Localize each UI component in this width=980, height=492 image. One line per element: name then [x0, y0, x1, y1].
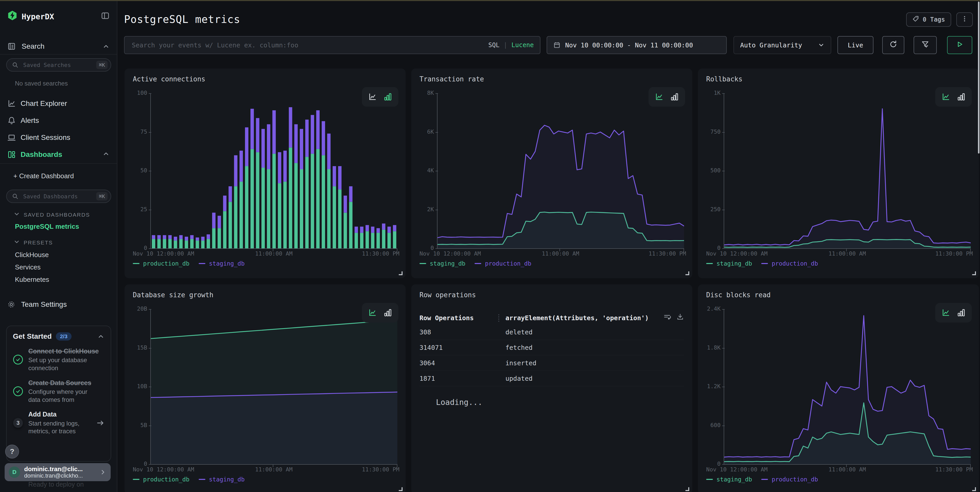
tags-button[interactable]: 0 Tags [906, 12, 951, 27]
bar-production_db [316, 149, 320, 248]
legend-item-production_db[interactable]: production_db [474, 260, 531, 267]
bar-chart-toggle-icon[interactable] [957, 308, 966, 317]
event-search-input[interactable] [131, 41, 488, 50]
legend-item-production_db[interactable]: production_db [761, 476, 818, 483]
live-button[interactable]: Live [837, 36, 873, 54]
run-query-button[interactable] [947, 36, 972, 54]
refresh-button[interactable] [882, 36, 904, 54]
bar-chart-toggle-icon[interactable] [957, 93, 966, 101]
bar-chart-toggle-icon[interactable] [383, 308, 392, 317]
get-started-step[interactable]: Create Data SourcesConfigure where your … [13, 379, 105, 404]
get-started-step[interactable]: Connect to ClickHouseSet up your databas… [13, 347, 105, 372]
step-title: Create Data Sources [28, 379, 105, 387]
line-chart-toggle-icon[interactable] [942, 93, 950, 101]
sidebar-dashboard-kubernetes[interactable]: Kubernetes [15, 276, 49, 284]
bar-chart-toggle-icon[interactable] [670, 93, 679, 101]
hyperdx-logo-icon [7, 10, 18, 23]
x-axis-label: Nov 10 12:00:00 AM [706, 466, 767, 473]
filter-button[interactable] [913, 36, 937, 54]
x-axis-label: 11:00:00 AM [255, 466, 293, 473]
sidebar-item-dashboards[interactable]: Dashboards [0, 147, 117, 162]
sidebar-item-client-sessions[interactable]: Client Sessions [0, 130, 117, 145]
dashboard-menu-button[interactable] [956, 12, 973, 27]
legend-item-staging_db[interactable]: staging_db [706, 476, 752, 483]
create-dashboard-link[interactable]: + Create Dashboard [13, 172, 74, 180]
get-started-step[interactable]: 3Add DataStart sending logs, metrics, or… [13, 411, 105, 435]
brand[interactable]: HyperDX [7, 10, 54, 23]
bar-production_db [218, 228, 221, 248]
line-chart-toggle-icon[interactable] [942, 308, 950, 317]
bar-staging_db [310, 115, 314, 154]
legend-item-staging_db[interactable]: staging_db [199, 476, 245, 483]
bar-staging_db [212, 213, 215, 228]
y-tick-label: 75 [127, 129, 147, 135]
saved-searches-input[interactable] [22, 61, 96, 69]
table-row: 1871updated [420, 371, 684, 387]
granularity-select[interactable]: Auto Granularity [733, 36, 831, 54]
resize-handle[interactable] [397, 270, 403, 276]
help-button[interactable]: ? [5, 445, 19, 458]
bar-production_db [245, 166, 248, 248]
resize-handle[interactable] [684, 486, 690, 492]
section-label-1[interactable]: PRESETS [13, 238, 53, 246]
legend-item-staging_db[interactable]: staging_db [199, 260, 245, 267]
resize-handle[interactable] [971, 486, 977, 492]
peek-text: Ready to deploy on [28, 481, 84, 488]
legend-item-production_db[interactable]: production_db [133, 476, 189, 483]
language-toggle-sql[interactable]: SQL [488, 42, 499, 49]
page-scrollbar[interactable] [978, 2, 980, 153]
sort-rows-icon[interactable] [663, 313, 672, 323]
sidebar-item-team-settings[interactable]: Team Settings [0, 297, 117, 311]
sidebar-item-label: Alerts [21, 117, 110, 125]
download-icon[interactable] [676, 313, 684, 323]
sidebar-item-chart-explorer[interactable]: Chart Explorer [0, 96, 117, 111]
tag-icon [912, 16, 919, 24]
x-axis-label: 11:30:00 PM [649, 250, 686, 257]
section-label-0[interactable]: SAVED DASHBOARDS [13, 211, 90, 219]
bar-staging_db [245, 127, 248, 166]
saved-dashboards-search[interactable]: ⌘K [6, 190, 111, 203]
resize-handle[interactable] [397, 486, 403, 492]
sidebar-item-alerts[interactable]: Alerts [0, 113, 117, 128]
line-chart-toggle-icon[interactable] [368, 93, 377, 101]
resize-handle[interactable] [684, 270, 690, 276]
x-axis-label: Nov 10 12:00:00 AM [133, 250, 194, 257]
line-chart-toggle-icon[interactable] [655, 93, 663, 101]
line-chart-toggle-icon[interactable] [368, 308, 377, 317]
legend-item-production_db[interactable]: production_db [133, 260, 189, 267]
date-range-picker[interactable]: Nov 10 00:00:00 - Nov 11 00:00:00 [547, 36, 727, 54]
bar-production_db [310, 154, 314, 248]
legend-item-staging_db[interactable]: staging_db [706, 260, 752, 267]
search-section-icon [7, 42, 16, 51]
bar-staging_db [382, 224, 385, 230]
legend-label: production_db [485, 260, 531, 267]
language-toggle-lucene[interactable]: Lucene [511, 42, 534, 49]
search-section-label: Search [22, 42, 102, 51]
bar-staging_db [322, 121, 325, 155]
main-content: PostgreSQL metrics 0 Tags SQL | Lucene N… [117, 0, 980, 492]
saved-searches-search[interactable]: ⌘K [6, 58, 111, 72]
bar-production_db [240, 182, 243, 248]
resize-handle[interactable] [971, 270, 977, 276]
chevron-up-icon[interactable] [97, 333, 105, 340]
sidebar-dashboard-services[interactable]: Services [15, 263, 41, 271]
series-area-staging_db [151, 392, 397, 464]
chart-title: Database size growth [133, 291, 213, 299]
user-profile[interactable]: D dominic.tran@clic... dominic.tran@clic… [5, 463, 111, 481]
chart-card-disc-blocks-read: Disc blocks read06001.2K1.8K2.4KNov 10 1… [698, 284, 979, 492]
chart-legend: production_dbstaging_db [133, 260, 245, 267]
sidebar-dashboard-clickhouse[interactable]: ClickHouse [15, 251, 49, 259]
sidebar-dashboard-postgresql-metrics[interactable]: PostgreSQL metrics [15, 222, 79, 230]
chart-plot-area: 06001.2K1.8K2.4K [724, 309, 971, 465]
legend-marker [420, 263, 426, 264]
bar-production_db [163, 239, 166, 248]
saved-dashboards-input[interactable] [22, 193, 96, 200]
legend-item-staging_db[interactable]: staging_db [420, 260, 465, 267]
legend-marker [133, 263, 140, 264]
collapse-sidebar-icon[interactable] [101, 11, 110, 22]
bar-staging_db [240, 151, 243, 182]
legend-item-production_db[interactable]: production_db [761, 260, 818, 267]
bar-chart-toggle-icon[interactable] [383, 93, 392, 101]
x-axis-labels: Nov 10 12:00:00 AM11:00:00 AM11:30:00 PM [724, 466, 971, 473]
sidebar-section-search[interactable]: Search [0, 39, 117, 54]
